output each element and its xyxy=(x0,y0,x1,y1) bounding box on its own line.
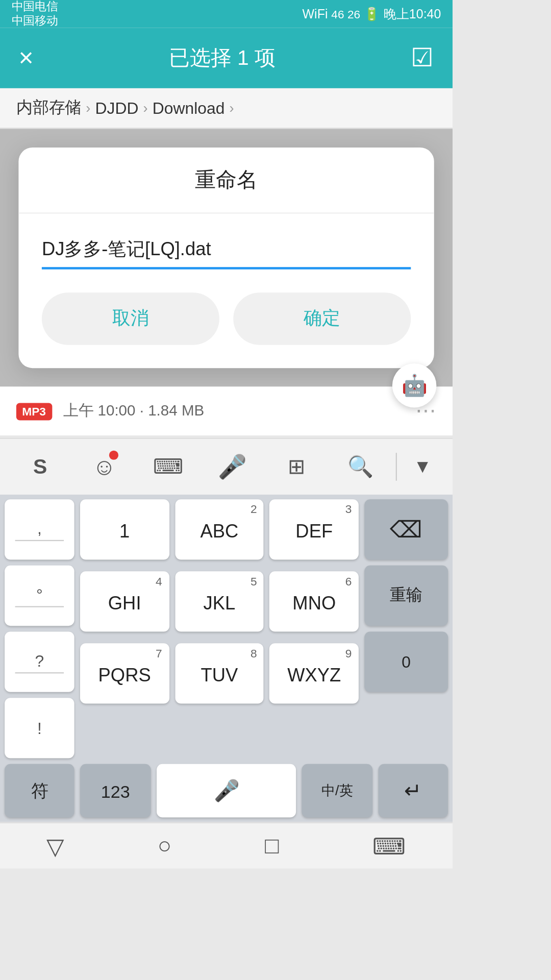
key-lang-switch[interactable]: 中/英 xyxy=(302,764,372,818)
key-reenter[interactable]: 重输 xyxy=(364,566,448,626)
key-tuv[interactable]: 8 TUV xyxy=(175,643,264,703)
key-2-num: 2 xyxy=(251,503,257,516)
toolbar-divider xyxy=(396,453,397,481)
key-1-label: 1 xyxy=(119,521,130,542)
wifi-icon: WiFi xyxy=(302,7,328,21)
nav-recent-button[interactable]: □ xyxy=(265,832,279,859)
key-abc[interactable]: 2 ABC xyxy=(175,499,264,559)
file-strip: MP3 上午 10:00 · 1.84 MB ⋯ xyxy=(0,387,453,436)
key-wxyz[interactable]: 9 WXYZ xyxy=(270,643,359,703)
keyboard-right-col: ⌫ 重输 0 xyxy=(364,499,448,758)
period-label: ° xyxy=(36,584,43,603)
sogou-button[interactable]: S xyxy=(9,448,71,486)
symbol-label: 符 xyxy=(31,780,48,802)
breadcrumb-chevron-3: › xyxy=(230,100,234,116)
enter-icon: ↵ xyxy=(404,778,421,803)
emoji-button[interactable]: ☺ xyxy=(73,447,135,487)
key-exclaim[interactable]: ! xyxy=(5,698,74,758)
header: × 已选择 1 项 ☑ xyxy=(0,28,453,88)
key-period[interactable]: ° xyxy=(5,566,74,626)
kb-row-3: 7 PQRS 8 TUV 9 WXYZ xyxy=(80,643,359,703)
key-pqrs[interactable]: 7 PQRS xyxy=(80,643,169,703)
breadcrumb: 内部存储 › DJDD › Download › xyxy=(0,88,453,129)
key-enter[interactable]: ↵ xyxy=(378,764,448,818)
key-4-num: 4 xyxy=(156,575,162,587)
keyboard: , ° ? ! 1 2 A xyxy=(0,495,453,822)
key-symbol[interactable]: 符 xyxy=(5,764,74,818)
file-meta: 上午 10:00 · 1.84 MB xyxy=(63,401,404,422)
key-5-num: 5 xyxy=(251,575,257,587)
cancel-button[interactable]: 取消 xyxy=(42,292,219,345)
key-def[interactable]: 3 DEF xyxy=(270,499,359,559)
key-3-num: 3 xyxy=(345,503,352,516)
search-button[interactable]: 🔍 xyxy=(330,447,391,486)
key-ghi[interactable]: 4 GHI xyxy=(80,571,169,631)
float-button[interactable]: 🤖 xyxy=(392,363,436,407)
time-display: 晚上10:40 xyxy=(384,5,441,22)
grid-icon: ⊞ xyxy=(288,454,305,479)
dialog-overlay: 重命名 取消 确定 xyxy=(0,129,453,387)
key-ghi-label: GHI xyxy=(108,593,141,614)
keyboard-left-col: , ° ? ! xyxy=(5,499,74,758)
key-question[interactable]: ? xyxy=(5,632,74,692)
key-backspace[interactable]: ⌫ xyxy=(364,499,448,559)
grid-button[interactable]: ⊞ xyxy=(265,447,327,486)
keyboard-toolbar: S ☺ ⌨ 🎤 ⊞ 🔍 ▼ xyxy=(0,438,453,495)
key-123-label: 123 xyxy=(101,781,130,801)
keyboard-main-grid: 1 2 ABC 3 DEF 4 GHI 5 JKL xyxy=(80,499,359,758)
layout-icon: ⌨ xyxy=(153,454,183,479)
nav-kb-button[interactable]: ⌨ xyxy=(372,832,406,860)
breadcrumb-item-djdd[interactable]: DJDD xyxy=(95,99,139,117)
key-6-num: 6 xyxy=(345,575,352,587)
key-jkl[interactable]: 5 JKL xyxy=(175,571,264,631)
key-9-num: 9 xyxy=(345,647,352,659)
carrier-info: 中国电信 中国移动 xyxy=(12,0,58,28)
key-1[interactable]: 1 xyxy=(80,499,169,559)
layout-button[interactable]: ⌨ xyxy=(137,447,199,486)
mic-icon: 🎤 xyxy=(218,453,247,481)
key-123[interactable]: 123 xyxy=(81,764,151,818)
check-button[interactable]: ☑ xyxy=(411,43,434,73)
confirm-button[interactable]: 确定 xyxy=(233,292,411,345)
sogou-icon: S xyxy=(33,455,47,479)
reenter-label: 重输 xyxy=(390,585,422,606)
breadcrumb-item-download[interactable]: Download xyxy=(153,99,225,117)
mp3-badge: MP3 xyxy=(16,402,52,420)
status-bar: 中国电信 中国移动 WiFi 46 26 🔋 晚上10:40 xyxy=(0,0,453,28)
dialog-actions: 取消 确定 xyxy=(42,292,411,345)
voice-button[interactable]: 🎤 xyxy=(202,446,263,488)
rename-input[interactable] xyxy=(42,232,411,270)
lang-label: 中/英 xyxy=(321,781,353,801)
key-0[interactable]: 0 xyxy=(364,632,448,692)
breadcrumb-item-storage[interactable]: 内部存储 xyxy=(16,97,81,118)
nav-home-button[interactable]: ○ xyxy=(158,832,172,859)
dialog-title: 重命名 xyxy=(18,148,434,214)
exclaim-label: ! xyxy=(37,719,42,737)
key-7-num: 7 xyxy=(156,647,162,659)
nav-back-button[interactable]: ▽ xyxy=(46,832,64,860)
backspace-icon: ⌫ xyxy=(390,516,422,544)
notification-dot xyxy=(109,450,118,459)
key-mno[interactable]: 6 MNO xyxy=(270,571,359,631)
collapse-button[interactable]: ▼ xyxy=(402,449,443,484)
space-mic-icon: 🎤 xyxy=(214,778,239,803)
key-pqrs-label: PQRS xyxy=(98,666,151,687)
signal-icon: 46 26 xyxy=(331,8,360,20)
breadcrumb-chevron-2: › xyxy=(143,100,148,116)
key-jkl-label: JKL xyxy=(204,593,236,614)
close-button[interactable]: × xyxy=(18,43,33,73)
status-right: WiFi 46 26 🔋 晚上10:40 xyxy=(302,5,441,22)
key-def-label: DEF xyxy=(295,521,333,542)
question-label: ? xyxy=(35,651,44,669)
rename-dialog: 重命名 取消 确定 xyxy=(18,148,434,368)
key-comma[interactable]: , xyxy=(5,499,74,559)
collapse-icon: ▼ xyxy=(413,456,432,476)
key-tuv-label: TUV xyxy=(201,666,238,687)
keyboard-bottom-row: 符 123 🎤 中/英 ↵ xyxy=(5,764,448,818)
header-title: 已选择 1 项 xyxy=(169,44,276,72)
comma-label: , xyxy=(37,519,42,537)
key-mno-label: MNO xyxy=(292,593,336,614)
nav-bar: ▽ ○ □ ⌨ xyxy=(0,822,453,869)
key-wxyz-label: WXYZ xyxy=(287,666,341,687)
key-space-mic[interactable]: 🎤 xyxy=(156,764,296,818)
